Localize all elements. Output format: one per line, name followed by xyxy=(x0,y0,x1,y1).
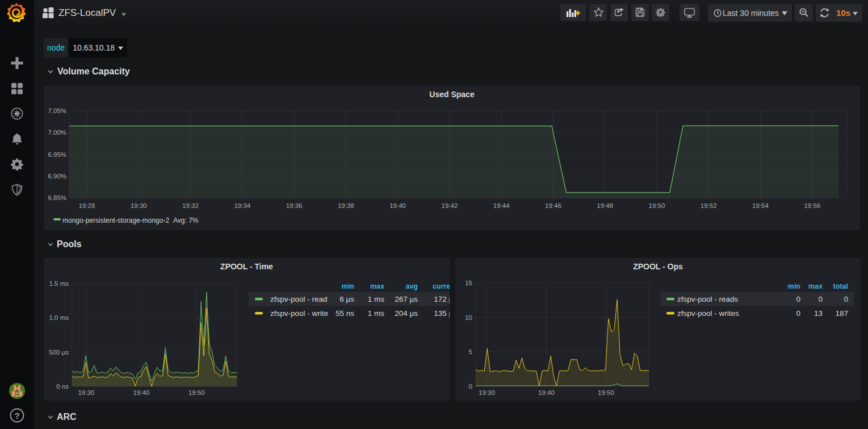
svg-text:19:50: 19:50 xyxy=(598,389,614,396)
svg-text:zfspv-pool - reads: zfspv-pool - reads xyxy=(677,295,739,303)
svg-text:19:40: 19:40 xyxy=(538,389,555,396)
svg-text:6.95%: 6.95% xyxy=(48,151,66,158)
svg-text:max: max xyxy=(808,282,823,290)
svg-text:19:48: 19:48 xyxy=(597,202,613,209)
svg-text:6.90%: 6.90% xyxy=(48,173,66,180)
svg-text:135 µs: 135 µs xyxy=(434,309,450,318)
svg-text:15: 15 xyxy=(465,280,472,286)
svg-text:mongo-persistent-storage-mongo: mongo-persistent-storage-mongo-2 xyxy=(62,216,169,224)
svg-text:current: current xyxy=(433,282,450,290)
svg-text:267 µs: 267 µs xyxy=(395,295,418,303)
svg-text:19:54: 19:54 xyxy=(752,202,769,209)
svg-text:0: 0 xyxy=(818,295,823,303)
svg-text:19:42: 19:42 xyxy=(442,202,458,209)
svg-text:19:30: 19:30 xyxy=(78,389,94,396)
svg-text:zfspv-pool - read: zfspv-pool - read xyxy=(270,295,328,303)
svg-text:13: 13 xyxy=(814,309,823,318)
svg-text:7.00%: 7.00% xyxy=(48,129,66,136)
svg-text:1.5 ms: 1.5 ms xyxy=(49,280,69,287)
svg-text:10: 10 xyxy=(465,314,472,321)
svg-text:6.85%: 6.85% xyxy=(48,194,66,201)
svg-text:0: 0 xyxy=(844,295,848,303)
svg-text:19:52: 19:52 xyxy=(701,202,717,209)
svg-text:1 ms: 1 ms xyxy=(368,309,385,318)
svg-text:max: max xyxy=(370,282,384,290)
svg-text:?: ? xyxy=(14,411,19,420)
svg-text:0: 0 xyxy=(469,383,472,390)
svg-text:zfspv-pool - write: zfspv-pool - write xyxy=(270,309,328,318)
svg-text:19:28: 19:28 xyxy=(79,202,95,209)
svg-text:19:30: 19:30 xyxy=(131,202,147,209)
svg-text:min: min xyxy=(342,282,354,290)
svg-text:min: min xyxy=(788,282,800,290)
svg-text:55 ns: 55 ns xyxy=(336,309,354,318)
svg-text:0: 0 xyxy=(796,295,800,303)
svg-text:500 µs: 500 µs xyxy=(49,349,69,356)
svg-text:5: 5 xyxy=(469,348,472,355)
svg-text:avg: avg xyxy=(405,282,418,290)
svg-text:172 µs: 172 µs xyxy=(434,295,450,303)
svg-text:19:32: 19:32 xyxy=(182,202,199,209)
svg-text:204 µs: 204 µs xyxy=(395,309,418,318)
svg-text:total: total xyxy=(833,282,848,290)
svg-text:187: 187 xyxy=(835,309,848,318)
svg-text:0 ns: 0 ns xyxy=(56,383,69,390)
svg-text:1.0 ms: 1.0 ms xyxy=(49,314,69,321)
svg-text:19:36: 19:36 xyxy=(286,202,303,209)
svg-text:19:40: 19:40 xyxy=(133,389,150,396)
svg-text:19:34: 19:34 xyxy=(234,202,250,209)
svg-text:Avg: 7%: Avg: 7% xyxy=(173,216,199,224)
svg-text:19:30: 19:30 xyxy=(479,389,495,396)
svg-text:19:44: 19:44 xyxy=(493,202,510,209)
svg-text:19:46: 19:46 xyxy=(545,202,561,209)
svg-text:zfspv-pool - writes: zfspv-pool - writes xyxy=(677,309,739,318)
svg-text:1 ms: 1 ms xyxy=(368,295,385,303)
svg-text:19:50: 19:50 xyxy=(188,389,205,396)
svg-text:19:40: 19:40 xyxy=(389,202,406,209)
svg-text:6 µs: 6 µs xyxy=(339,295,354,303)
svg-text:0: 0 xyxy=(796,309,800,318)
svg-text:7.05%: 7.05% xyxy=(48,107,66,114)
svg-text:19:56: 19:56 xyxy=(804,202,820,209)
svg-text:19:38: 19:38 xyxy=(338,202,354,209)
svg-text:19:50: 19:50 xyxy=(649,202,665,209)
